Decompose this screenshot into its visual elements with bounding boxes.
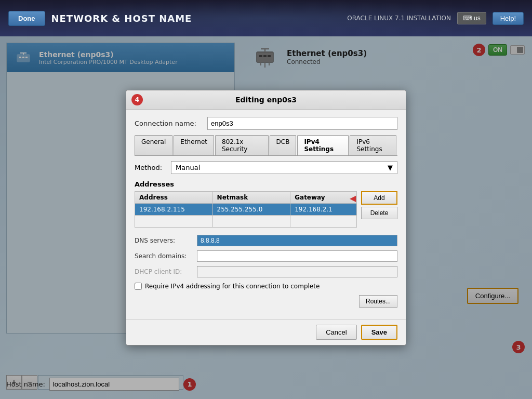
method-dropdown-arrow: ▼ (388, 164, 393, 171)
cell-empty-3 (290, 216, 357, 228)
ipv4-require-checkbox[interactable] (135, 283, 142, 290)
search-label: Search domains: (135, 252, 197, 260)
addresses-table: Address Netmask Gateway 192.168.2.115 25… (135, 191, 357, 228)
address-table-container: Address Netmask Gateway 192.168.2.115 25… (135, 191, 357, 231)
routes-area: Routes... (135, 295, 397, 308)
keyboard-button[interactable]: ⌨ us (457, 12, 486, 24)
address-row-wrapper: Address Netmask Gateway 192.168.2.115 25… (135, 191, 397, 231)
tab-general[interactable]: General (135, 135, 172, 155)
connection-name-row: Connection name: (135, 117, 397, 130)
save-button[interactable]: Save (361, 325, 397, 340)
modal-header: 4 Editing enp0s3 (126, 90, 406, 110)
header: Done NETWORK & HOST NAME ORACLE LINUX 7.… (0, 0, 532, 36)
ipv4-checkbox-row: Require IPv4 addressing for this connect… (135, 283, 397, 290)
table-actions: Add ◀ Delete (361, 191, 397, 219)
col-netmask: Netmask (212, 192, 290, 204)
tab-ethernet[interactable]: Ethernet (174, 135, 214, 155)
connection-name-input[interactable] (207, 117, 397, 130)
modal-body: Connection name: General Ethernet 802.1x… (126, 110, 406, 319)
modal-badge: 4 (131, 94, 143, 105)
modal-title: Editing enp0s3 (235, 96, 297, 104)
dhcp-row: DHCP client ID: (135, 266, 397, 277)
cell-netmask: 255.255.255.0 (212, 204, 290, 216)
header-left: Done NETWORK & HOST NAME (8, 11, 192, 26)
method-value: Manual (176, 164, 200, 171)
cancel-button[interactable]: Cancel (316, 325, 356, 340)
method-row: Method: Manual ▼ (135, 161, 397, 174)
cell-empty-1 (135, 216, 213, 228)
header-subtitle: ORACLE LINUX 7.1 INSTALLATION (347, 15, 451, 22)
header-right: ORACLE LINUX 7.1 INSTALLATION ⌨ us Help! (347, 12, 524, 25)
search-input[interactable] (197, 250, 397, 262)
modal-footer: Cancel Save (126, 319, 406, 345)
table-row-empty (135, 216, 357, 228)
method-label: Method: (135, 164, 171, 171)
tab-8021x[interactable]: 802.1x Security (215, 135, 269, 155)
method-dropdown[interactable]: Manual ▼ (171, 161, 397, 174)
search-domains-row: Search domains: (135, 250, 397, 262)
add-address-button[interactable]: Add (361, 191, 397, 205)
dhcp-label: DHCP client ID: (135, 268, 197, 275)
modal-overlay: 4 Editing enp0s3 Connection name: Genera… (0, 36, 532, 399)
ipv4-checkbox-label: Require IPv4 addressing for this connect… (145, 283, 320, 290)
cell-address: 192.168.2.115 (135, 204, 213, 216)
dns-input[interactable] (197, 235, 397, 246)
col-gateway: Gateway (290, 192, 357, 204)
dhcp-input (197, 266, 397, 277)
table-row[interactable]: 192.168.2.115 255.255.255.0 192.168.2.1 (135, 204, 357, 216)
cell-empty-2 (212, 216, 290, 228)
tab-ipv4[interactable]: IPv4 Settings (297, 135, 349, 155)
addresses-title: Addresses (135, 180, 397, 188)
add-arrow-indicator: ◀ (350, 193, 356, 203)
keyboard-icon: ⌨ (463, 15, 472, 22)
dns-row: DNS servers: (135, 235, 397, 246)
tab-dcb[interactable]: DCB (270, 135, 297, 155)
page-title: NETWORK & HOST NAME (51, 13, 192, 24)
main-content: Ethernet (enp0s3) Intel Corporation PRO/… (0, 36, 532, 399)
editing-dialog: 4 Editing enp0s3 Connection name: Genera… (126, 90, 406, 345)
routes-button[interactable]: Routes... (359, 295, 397, 308)
connection-name-label: Connection name: (135, 119, 207, 127)
settings-tabs: General Ethernet 802.1x Security DCB IPv… (135, 135, 397, 156)
help-button[interactable]: Help! (493, 12, 524, 25)
col-address: Address (135, 192, 213, 204)
tab-ipv6[interactable]: IPv6 Settings (350, 135, 396, 155)
done-button[interactable]: Done (8, 11, 45, 26)
delete-address-button[interactable]: Delete (361, 207, 397, 219)
cell-gateway: 192.168.2.1 (290, 204, 357, 216)
keyboard-label: us (474, 15, 481, 22)
dns-label: DNS servers: (135, 237, 197, 244)
addresses-section: Addresses Address Netmask Gateway (135, 180, 397, 231)
